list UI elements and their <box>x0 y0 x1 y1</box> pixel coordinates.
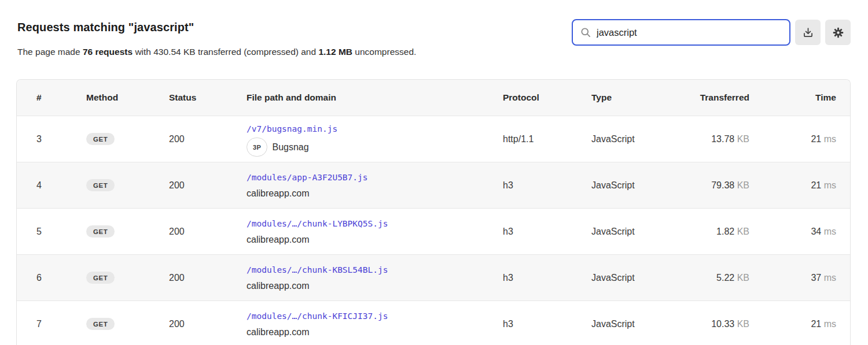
third-party-badge: 3P <box>247 138 267 157</box>
search-input[interactable] <box>597 27 782 38</box>
column-header-file-path: File path and domain <box>227 92 483 103</box>
summary-uncompressed-size: 1.12 MB <box>318 47 352 57</box>
summary-suffix: uncompressed. <box>355 47 416 57</box>
method-badge: GET <box>86 133 115 145</box>
protocol-value: h3 <box>483 180 572 191</box>
table-row[interactable]: 7 GET 200 /modules/…/chunk-KFICJI37.js c… <box>17 301 850 345</box>
page-header: Requests matching "javascript" The page … <box>17 21 416 57</box>
transferred-value: 79.38 KB <box>645 180 749 191</box>
time-value: 21 ms <box>749 134 850 144</box>
request-number: 6 <box>17 273 67 283</box>
domain-label: calibreapp.com <box>247 325 310 340</box>
file-path-link[interactable]: /modules/…/chunk-KFICJI37.js <box>247 309 388 324</box>
status-code: 200 <box>149 180 227 191</box>
type-value: JavaScript <box>572 134 645 144</box>
request-number: 5 <box>17 227 67 237</box>
time-value: 34 ms <box>749 227 850 237</box>
column-header-number: # <box>17 92 67 103</box>
column-header-transferred: Transferred <box>645 92 749 103</box>
status-code: 200 <box>149 273 227 283</box>
column-header-status: Status <box>149 92 227 103</box>
method-badge: GET <box>86 179 115 191</box>
protocol-value: h3 <box>483 273 572 283</box>
time-unit: ms <box>824 273 836 283</box>
gear-icon <box>832 27 844 39</box>
request-number: 3 <box>17 134 67 144</box>
table-row[interactable]: 3 GET 200 /v7/bugsnag.min.js 3P Bugsnag … <box>17 116 850 162</box>
time-unit: ms <box>824 319 836 329</box>
table-row[interactable]: 5 GET 200 /modules/…/chunk-LYBPKQ5S.js c… <box>17 208 850 254</box>
transferred-unit: KB <box>737 227 749 236</box>
requests-table: # Method Status File path and domain Pro… <box>16 79 851 345</box>
method-badge: GET <box>86 318 115 330</box>
type-value: JavaScript <box>572 273 645 283</box>
domain-label: calibreapp.com <box>247 186 310 201</box>
column-header-method: Method <box>67 92 149 103</box>
request-number: 7 <box>17 319 67 329</box>
protocol-value: http/1.1 <box>483 134 572 144</box>
transferred-unit: KB <box>737 134 749 144</box>
file-path-link[interactable]: /modules/…/chunk-KBSL54BL.js <box>247 262 388 277</box>
status-code: 200 <box>149 134 227 144</box>
type-value: JavaScript <box>572 319 645 329</box>
method-badge: GET <box>86 225 115 238</box>
domain-label: calibreapp.com <box>247 232 310 247</box>
time-value: 21 ms <box>749 180 850 191</box>
protocol-value: h3 <box>483 227 572 237</box>
summary-prefix: The page made <box>17 47 80 57</box>
transferred-unit: KB <box>737 319 749 329</box>
status-code: 200 <box>149 227 227 237</box>
transferred-unit: KB <box>737 273 749 283</box>
page-summary: The page made 76 requests with 430.54 KB… <box>17 47 416 57</box>
domain-label: Bugsnag <box>272 140 308 155</box>
status-code: 200 <box>149 319 227 329</box>
transferred-value: 5.22 KB <box>645 273 749 283</box>
request-number: 4 <box>17 180 67 191</box>
transferred-unit: KB <box>737 180 749 190</box>
time-value: 37 ms <box>749 273 850 283</box>
transferred-value: 1.82 KB <box>645 227 749 237</box>
domain-label: calibreapp.com <box>247 279 310 294</box>
transferred-value: 13.78 KB <box>645 134 749 144</box>
table-header-row: # Method Status File path and domain Pro… <box>17 80 850 116</box>
settings-button[interactable] <box>825 20 851 45</box>
summary-mid: with 430.54 KB transferred (compressed) … <box>135 47 316 57</box>
type-value: JavaScript <box>572 227 645 237</box>
column-header-protocol: Protocol <box>483 92 572 103</box>
protocol-value: h3 <box>483 319 572 329</box>
file-path-link[interactable]: /v7/bugsnag.min.js <box>247 121 337 136</box>
toolbar <box>572 19 851 46</box>
page-title: Requests matching "javascript" <box>17 21 416 34</box>
search-icon <box>580 27 591 38</box>
time-unit: ms <box>824 180 836 190</box>
type-value: JavaScript <box>572 180 645 191</box>
time-unit: ms <box>824 134 836 144</box>
table-row[interactable]: 4 GET 200 /modules/app-A3F2U5B7.js calib… <box>17 162 850 208</box>
summary-request-count: 76 requests <box>83 47 133 57</box>
column-header-type: Type <box>572 92 645 103</box>
table-row[interactable]: 6 GET 200 /modules/…/chunk-KBSL54BL.js c… <box>17 254 850 301</box>
time-unit: ms <box>824 227 836 236</box>
download-button[interactable] <box>795 20 821 45</box>
download-icon <box>802 27 814 39</box>
file-path-link[interactable]: /modules/app-A3F2U5B7.js <box>247 170 368 185</box>
transferred-value: 10.33 KB <box>645 319 749 329</box>
search-field[interactable] <box>572 19 790 46</box>
method-badge: GET <box>86 272 115 284</box>
time-value: 21 ms <box>749 319 850 329</box>
file-path-link[interactable]: /modules/…/chunk-LYBPKQ5S.js <box>247 216 388 231</box>
column-header-time: Time <box>749 92 850 103</box>
